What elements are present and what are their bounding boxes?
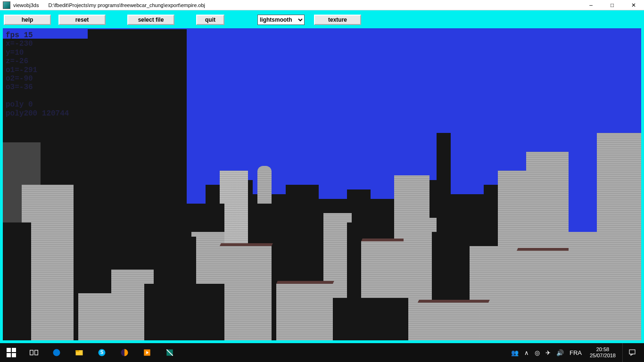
texture-button[interactable]: texture (314, 15, 361, 25)
location-icon[interactable]: ◎ (533, 349, 541, 356)
quit-button[interactable]: quit (196, 15, 224, 25)
minimize-button[interactable]: – (580, 0, 602, 10)
app-icon (3, 1, 10, 9)
maximize-button[interactable]: □ (602, 0, 623, 10)
help-button[interactable]: help (4, 15, 51, 25)
volume-icon[interactable]: 🔊 (555, 349, 565, 356)
window-file-path: D:\fbedit\Projects\my programs\freewebca… (48, 2, 205, 8)
tray-chevron-icon[interactable]: ∧ (523, 349, 530, 356)
app-frame: help reset select file quit lightsmooth … (0, 10, 644, 343)
firefox-icon[interactable] (113, 343, 136, 362)
toolbar: help reset select file quit lightsmooth … (3, 13, 641, 26)
clock[interactable]: 20:58 25/07/2018 (586, 346, 619, 359)
viewport-3d[interactable]: fps 15 x=-230 y=10 z=-26 o1=-291 o2=-90 … (3, 28, 641, 340)
app-taskbar-icon[interactable] (158, 343, 181, 362)
render-mode-select[interactable]: lightsmooth (257, 15, 305, 25)
svg-rect-3 (12, 353, 16, 357)
notification-center-icon[interactable] (622, 343, 641, 362)
svg-rect-8 (76, 350, 80, 352)
svg-rect-16 (629, 350, 635, 354)
svg-rect-2 (7, 353, 11, 357)
svg-text:S: S (100, 350, 104, 355)
svg-rect-1 (12, 348, 16, 352)
reset-button[interactable]: reset (58, 15, 106, 25)
skype-icon[interactable]: S (91, 343, 113, 362)
select-file-button[interactable]: select file (127, 15, 174, 25)
file-explorer-icon[interactable] (68, 343, 91, 362)
stats-overlay: fps 15 x=-230 y=10 z=-26 o1=-291 o2=-90 … (6, 31, 69, 118)
people-icon[interactable]: 👥 (510, 349, 520, 356)
task-view-icon[interactable] (23, 343, 45, 362)
close-button[interactable]: ✕ (623, 0, 644, 10)
taskbar: S 👥 ∧ ◎ ✈ 🔊 FRA 20:58 25/07/2018 (0, 343, 644, 362)
svg-rect-5 (35, 350, 38, 355)
airplane-icon[interactable]: ✈ (544, 349, 552, 356)
start-button[interactable] (0, 343, 23, 362)
window-title: viewobj3ds (13, 2, 39, 8)
edge-icon[interactable] (45, 343, 68, 362)
svg-rect-0 (7, 348, 11, 352)
window-titlebar: viewobj3ds D:\fbedit\Projects\my program… (0, 0, 644, 10)
language-indicator[interactable]: FRA (568, 349, 583, 356)
media-player-icon[interactable] (136, 343, 158, 362)
svg-point-6 (53, 349, 60, 356)
svg-rect-4 (30, 350, 33, 355)
